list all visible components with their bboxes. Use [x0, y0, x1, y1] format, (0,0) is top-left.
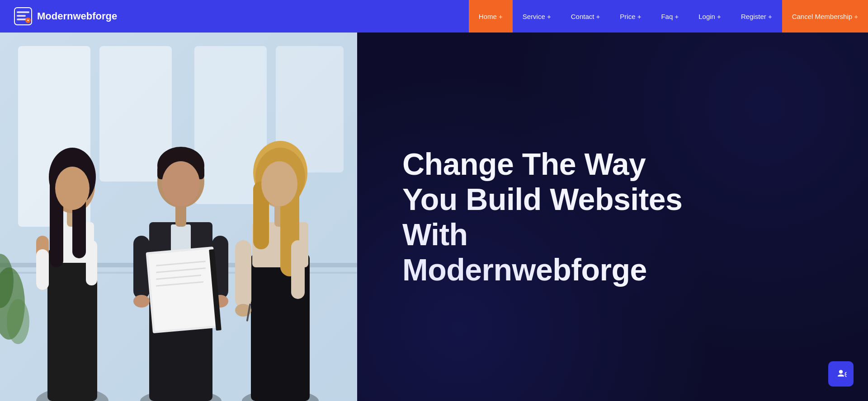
svg-rect-39	[148, 249, 218, 331]
hero-text-panel: Change The Way You Build Websites With M…	[357, 33, 868, 401]
svg-point-54	[261, 161, 297, 206]
nav-item-price[interactable]: Price +	[610, 0, 651, 33]
svg-point-33	[162, 161, 200, 206]
hero-heading: Change The Way You Build Websites With M…	[402, 146, 682, 288]
navbar: Modernwebforge Home + Service + Contact …	[0, 0, 868, 33]
svg-rect-23	[36, 249, 49, 290]
svg-rect-55	[235, 240, 251, 308]
svg-rect-2	[17, 15, 26, 17]
hero-people-illustration	[0, 33, 357, 401]
hero-image-panel	[0, 33, 357, 401]
nav-item-cancel-membership[interactable]: Cancel Membership +	[782, 0, 868, 33]
logo-text: Modernwebforge	[37, 10, 117, 22]
nav-item-login[interactable]: Login +	[689, 0, 731, 33]
nav-item-register[interactable]: Register +	[731, 0, 782, 33]
nav-item-faq[interactable]: Faq +	[651, 0, 689, 33]
svg-point-21	[55, 167, 90, 210]
hero-section: Change The Way You Build Websites With M…	[0, 33, 868, 401]
svg-rect-58	[291, 240, 305, 299]
svg-rect-1	[17, 11, 29, 13]
nav-items: Home + Service + Contact + Price + Faq +…	[469, 0, 868, 33]
svg-rect-24	[86, 240, 97, 285]
svg-point-62	[839, 370, 843, 373]
nav-item-home[interactable]: Home +	[469, 0, 513, 33]
logo-icon	[14, 7, 33, 26]
svg-point-36	[133, 295, 150, 308]
nav-item-service[interactable]: Service +	[513, 0, 561, 33]
floating-action-button[interactable]	[828, 361, 854, 387]
logo-area[interactable]: Modernwebforge	[0, 7, 131, 26]
floating-icon	[835, 368, 847, 380]
svg-point-61	[7, 299, 29, 344]
nav-item-contact[interactable]: Contact +	[561, 0, 610, 33]
